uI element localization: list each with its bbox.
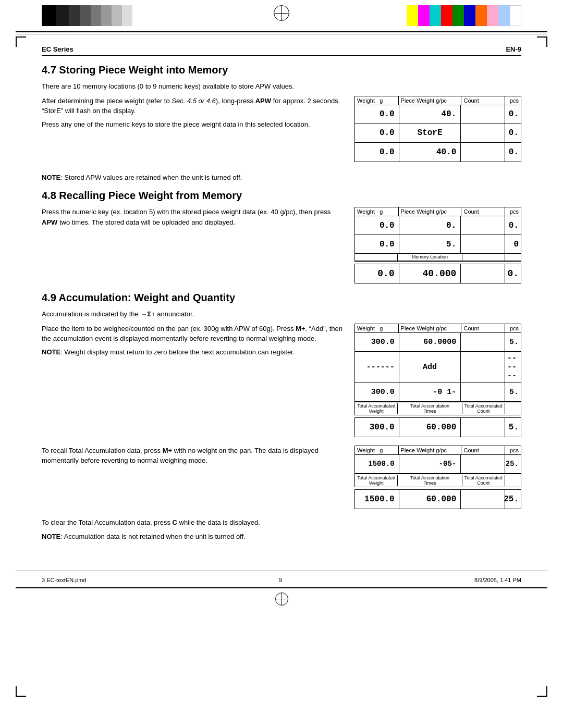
swatch-yellow (407, 5, 418, 26)
dr491-pcs-1: 5. (505, 333, 521, 351)
page-number: EN-9 (506, 45, 521, 53)
dr491b-pwt: 60.000 (399, 418, 461, 437)
page-content: EC Series EN-9 4.7 Storing Piece Weight … (0, 35, 563, 570)
swatch-blue (464, 5, 475, 26)
section-47-content: After determining the piece weight (refe… (42, 96, 521, 164)
black-bar-6 (101, 5, 112, 26)
right-color-bars (407, 0, 521, 31)
section-47: 4.7 Storing Piece Weight into Memory The… (42, 64, 521, 182)
center-crosshair (274, 5, 289, 21)
display-491: Weight g Piece Weight g/pc Count pcs 300… (354, 324, 521, 415)
dr-weight-3: 0.0 (355, 143, 399, 162)
header-48-weight: Weight g (355, 207, 399, 216)
dr48l-pwt: 40.000 (399, 264, 461, 283)
section-49-display1: Weight g Piece Weight g/pc Count pcs 300… (354, 324, 521, 437)
color-swatches (407, 5, 521, 26)
swatch-cyan (430, 5, 441, 26)
display-47-row2: 0.0 StorE 0. (355, 124, 521, 143)
section-49-text1: Place the item to be weighed/counted on … (42, 324, 344, 437)
swatch-red (441, 5, 452, 26)
display-48-row2: 0.0 5. 0 (355, 235, 521, 254)
header-491-pcs: pcs (505, 324, 521, 332)
display-491-bottom-row: 300.0 60.000 5. (355, 418, 521, 437)
sublabels-492: Total AccumulatedWeight Total Accumulati… (355, 474, 521, 487)
dr491-pwt-2: Add (399, 352, 461, 382)
section-49-display2: Weight g Piece Weight g/pc Count pcs 150… (354, 446, 521, 509)
dr491-pcs-2: ------ (505, 352, 521, 382)
section-47-display: Weight g Piece Weight g/pc Count pcs 0.0… (354, 96, 521, 164)
header-492-pcs: pcs (505, 446, 521, 454)
dr491-pcs-3: 5. (505, 383, 521, 401)
dr491-pwt-1: 60.0000 (399, 333, 461, 351)
dr48l-count (461, 264, 505, 283)
sublabel-ta-times: Total AccumulationTimes (398, 403, 462, 414)
display-492: Weight g Piece Weight g/pc Count pcs 150… (354, 446, 521, 487)
header-491-weight: Weight g (355, 324, 399, 332)
section-49-body3: To clear the Total Accumulation data, pr… (42, 517, 521, 528)
dr-pcs-3: 0. (505, 143, 521, 162)
display-491-row3: 300.0 -0 1- 5. (355, 383, 521, 402)
swatch-orange (475, 5, 487, 26)
swatch-light-blue (498, 5, 510, 26)
footer-center: 9 (279, 577, 282, 583)
section-48-title: 4.8 Recalling Piece Weight from Memory (42, 190, 521, 202)
dr491b-weight: 300.0 (355, 418, 399, 437)
dr48-count-2 (461, 235, 505, 253)
dr492b-count (461, 490, 505, 509)
swatch-magenta (418, 5, 430, 26)
bottom-crosshair (275, 593, 288, 606)
display-492-bottom-row: 1500.0 60.000 25. (355, 490, 521, 509)
display-48-large-row: 0.0 40.000 0. (355, 264, 521, 283)
dr491b-count (461, 418, 505, 437)
display-47: Weight g Piece Weight g/pc Count pcs 0.0… (354, 96, 521, 162)
display-48: Weight g Piece Weight g/pc Count pcs 0.0… (354, 207, 521, 262)
footer-right: 8/9/2005, 1:41 PM (474, 577, 521, 583)
dr492-count-1 (461, 455, 505, 473)
dr492-pwt-1: -05- (399, 455, 461, 473)
dr48-weight-1: 0.0 (355, 216, 399, 235)
display-47-row1: 0.0 40. 0. (355, 105, 521, 124)
dr492b-weight: 1500.0 (355, 490, 399, 509)
display-48-memlabel-row: Memory Location (355, 254, 521, 261)
ml-pcs-blank (505, 254, 521, 261)
display-491-bottom: 300.0 60.000 5. (354, 417, 521, 437)
dr-count-1 (461, 105, 505, 124)
dr491-pwt-3: -0 1- (399, 383, 461, 401)
footer-left: 3 EC-textEN.pmd (42, 577, 87, 583)
dr491-weight-3: 300.0 (355, 383, 399, 401)
dr-count-3 (461, 143, 505, 162)
corner-mark-br (537, 686, 547, 697)
section-48-display: Weight g Piece Weight g/pc Count pcs 0.0… (354, 207, 521, 283)
crosshair-icon (274, 5, 289, 21)
black-bar-1 (42, 5, 56, 26)
section-49-content1: Place the item to be weighed/counted on … (42, 324, 521, 437)
black-bar-8 (122, 5, 132, 26)
display-492-header: Weight g Piece Weight g/pc Count pcs (355, 446, 521, 455)
black-bar-5 (91, 5, 101, 26)
bottom-bar (16, 587, 547, 610)
dr-pcs-1: 0. (505, 105, 521, 124)
sublabel-blank (505, 403, 521, 414)
black-bar-4 (80, 5, 91, 26)
header-491-pwt: Piece Weight g/pc (399, 324, 462, 332)
dr491-weight-1: 300.0 (355, 333, 399, 351)
dr491-count-3 (461, 383, 505, 401)
dr-pwt-1: 40. (399, 105, 461, 124)
header-count: Count (461, 96, 505, 105)
dr491-count-2 (461, 352, 505, 382)
display-47-row3: 0.0 40.0 0. (355, 143, 521, 162)
section-47-text: After determining the piece weight (refe… (42, 96, 344, 164)
ml-weight-blank (355, 254, 398, 261)
dr-pwt-3: 40.0 (399, 143, 461, 162)
black-bar-7 (112, 5, 122, 26)
section-48-text: Press the numeric key (ex. location 5) w… (42, 207, 344, 283)
header-48-count: Count (461, 207, 505, 216)
header-pcs: pcs (505, 96, 521, 105)
dr492b-pcs: 25. (505, 490, 521, 509)
dr-count-2 (461, 124, 505, 142)
display-48-row1: 0.0 0. 0. (355, 216, 521, 235)
header-row: EC Series EN-9 (42, 45, 521, 56)
sublabel2-ta-count: Total AccumulatedCount (462, 475, 505, 486)
dr491-weight-2: ------ (355, 352, 399, 382)
dr492-pcs-1: 25. (505, 455, 521, 473)
